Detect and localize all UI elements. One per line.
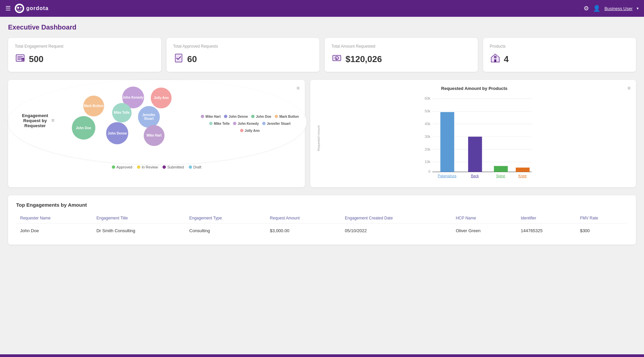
card-title-approved: Total Approved Requests bbox=[173, 44, 313, 49]
bubble-legend-mark-button: Mark Button bbox=[275, 115, 299, 118]
card-products: Products 4 bbox=[483, 38, 636, 72]
card-value-amount: $120,026 bbox=[346, 54, 382, 64]
legend-label-draft: Draft bbox=[193, 165, 201, 169]
bubble-dot-mark-button bbox=[275, 115, 278, 118]
legend-submitted: Submitted bbox=[163, 165, 184, 169]
logo-text: gordota bbox=[26, 5, 49, 11]
bar-label-back[interactable]: Back bbox=[471, 174, 479, 178]
bubble-mark-button[interactable]: Mark Button bbox=[83, 96, 104, 116]
logo-icon bbox=[15, 4, 24, 13]
user-label[interactable]: Business User bbox=[604, 6, 633, 11]
card-total-approved: Total Approved Requests 60 bbox=[167, 38, 320, 72]
bubble-dot-john-denne bbox=[224, 115, 227, 118]
bubble-legend: Mike Hart John Denne John Doe Mark Butto… bbox=[198, 115, 302, 133]
summary-cards: Total Engagement Request 500 Total App bbox=[8, 38, 636, 72]
bubble-label-john-doe: John Doe bbox=[256, 115, 271, 118]
logo: gordota bbox=[15, 4, 49, 13]
bar-knee[interactable] bbox=[516, 167, 530, 172]
bubble-dot-john-doe bbox=[251, 115, 255, 118]
footer-bar bbox=[0, 354, 644, 357]
col-created-date: Engagement Created Date bbox=[341, 213, 452, 223]
header-left: ☰ gordota bbox=[5, 4, 49, 13]
bubble-jolly-ann[interactable]: Jolly Ann bbox=[151, 88, 172, 108]
bubble-label-mike-hart: Mike Hart bbox=[205, 115, 221, 118]
table-section: Top Engagements by Amount Requester Name… bbox=[8, 195, 636, 245]
bar-palamaloza[interactable] bbox=[441, 112, 454, 172]
svg-text:30k: 30k bbox=[425, 135, 431, 139]
col-engagement-type: Engagement Type bbox=[185, 213, 266, 223]
card-icon-products bbox=[490, 53, 501, 66]
cell-identifier: 144765325 bbox=[517, 223, 576, 238]
svg-text:0: 0 bbox=[428, 169, 430, 173]
engagements-table: Requester Name Engagement Title Engageme… bbox=[16, 213, 628, 238]
bubble-jennifer-stuart[interactable]: Jennifer Stuart bbox=[138, 106, 160, 128]
bubble-mike-hart[interactable]: Mike Hart bbox=[144, 125, 165, 146]
bubble-john-denne[interactable]: John Denne bbox=[106, 122, 128, 144]
bubble-legend-john-denne: John Denne bbox=[224, 115, 248, 118]
bar-chart-area: Requested Amount 60k 50k 40k 30k bbox=[316, 95, 631, 182]
card-body-approved: 60 bbox=[173, 53, 313, 66]
gear-icon[interactable]: ⚙ bbox=[584, 5, 589, 12]
legend-dot-submitted bbox=[163, 165, 166, 169]
y-axis-label: Requested Amount bbox=[317, 125, 320, 151]
bar-chart-card: Requested Amount by Products ≡ Requested… bbox=[310, 80, 636, 187]
bubble-label-jennifer-stuart: Jennifer Stuart bbox=[267, 122, 291, 125]
card-value-engagement: 500 bbox=[29, 54, 43, 64]
bar-label-knee[interactable]: Knee bbox=[518, 174, 527, 178]
table-title: Top Engagements by Amount bbox=[16, 202, 628, 208]
main-content: Executive Dashboard Total Engagement Req… bbox=[0, 17, 644, 251]
header-right: ⚙ 👤 Business User ▾ bbox=[584, 5, 639, 12]
bubble-dot-mike-telle bbox=[209, 122, 213, 125]
cell-hcp-name: Oliver Green bbox=[452, 223, 517, 238]
bubble-chart-container: John Kenedy Jolly Ann Mark Button Mike T… bbox=[54, 85, 198, 159]
chevron-down-icon[interactable]: ▾ bbox=[637, 6, 639, 11]
legend-label-submitted: Submitted bbox=[167, 165, 184, 169]
card-icon-engagement bbox=[15, 53, 26, 66]
pie-chart-menu-icon[interactable]: ≡ bbox=[296, 85, 300, 91]
bubble-legend-jolly-ann: Jolly Ann bbox=[240, 129, 260, 133]
svg-text:$: $ bbox=[336, 57, 337, 60]
bubble-chart-menu-icon[interactable]: ≡ bbox=[51, 117, 54, 123]
cell-requester-name: John Doe bbox=[16, 223, 92, 238]
bubble-label-jolly-ann: Jolly Ann bbox=[245, 129, 260, 133]
card-icon-amount: $ bbox=[331, 53, 342, 66]
bubble-label-mark-button: Mark Button bbox=[279, 115, 299, 118]
bubble-legend-jennifer-stuart: Jennifer Stuart bbox=[262, 122, 291, 125]
bubble-legend-john-doe: John Doe bbox=[251, 115, 271, 118]
header: ☰ gordota ⚙ 👤 Business User ▾ bbox=[0, 0, 644, 17]
bubble-mike-telle[interactable]: Mike Telle bbox=[112, 103, 132, 122]
cell-created-date: 05/10/2022 bbox=[341, 223, 452, 238]
bar-spine[interactable] bbox=[494, 166, 508, 172]
card-body-engagement: 500 bbox=[15, 53, 154, 66]
bar-chart-menu-icon[interactable]: ≡ bbox=[628, 85, 631, 91]
charts-row: Engagement Request By Status ≡ bbox=[8, 80, 636, 187]
bar-label-palamaloza[interactable]: Palamaloza bbox=[438, 174, 457, 178]
bar-label-spine[interactable]: Spine bbox=[496, 174, 505, 178]
card-body-amount: $ $120,026 bbox=[331, 53, 471, 66]
bar-chart-header: Requested Amount by Products ≡ bbox=[316, 85, 631, 91]
col-identifier: Identifier bbox=[517, 213, 576, 223]
hamburger-icon[interactable]: ☰ bbox=[5, 5, 11, 12]
legend-in-review: In Review bbox=[137, 165, 158, 169]
bar-back[interactable] bbox=[468, 137, 482, 172]
legend-approved: Approved bbox=[112, 165, 132, 169]
pie-legend: Approved In Review Submitted Draft bbox=[112, 165, 201, 169]
user-icon: 👤 bbox=[593, 5, 600, 12]
col-engagement-title: Engagement Title bbox=[92, 213, 185, 223]
cell-request-amount: $3,000.00 bbox=[266, 223, 341, 238]
col-fmv-rate: FMV Rate bbox=[576, 213, 628, 223]
bubble-legend-john-kenedy: John Kenedy bbox=[233, 122, 259, 125]
bar-chart-title: Requested Amount by Products bbox=[321, 86, 627, 91]
svg-text:20k: 20k bbox=[425, 147, 431, 151]
legend-label-in-review: In Review bbox=[142, 165, 158, 169]
page-title: Executive Dashboard bbox=[8, 23, 636, 31]
table-header: Requester Name Engagement Title Engageme… bbox=[16, 213, 628, 223]
svg-point-0 bbox=[16, 5, 23, 12]
card-title-amount: Total Amount Requested bbox=[331, 44, 471, 49]
bubble-dot-jennifer-stuart bbox=[262, 122, 266, 125]
bubble-dot-john-kenedy bbox=[233, 122, 236, 125]
legend-draft: Draft bbox=[189, 165, 201, 169]
bubble-john-doe[interactable]: John Doe bbox=[72, 116, 95, 140]
col-request-amount: Request Amount bbox=[266, 213, 341, 223]
svg-text:10k: 10k bbox=[425, 160, 431, 164]
